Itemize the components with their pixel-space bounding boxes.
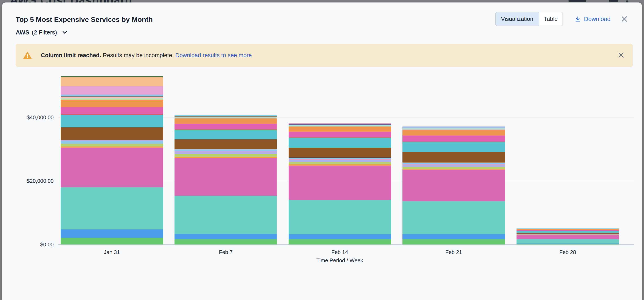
bar-segment-feb-7-peach_light[interactable] — [174, 117, 277, 118]
bar-segment-feb-7-maroon[interactable] — [174, 116, 277, 117]
bar-segment-feb-7-sky[interactable] — [174, 150, 277, 151]
bar-segment-feb-7-med_green[interactable] — [174, 116, 277, 116]
bar-segment-feb-21-aqua[interactable] — [402, 202, 505, 234]
bar-segment-jan-31-orange_thin[interactable] — [61, 146, 163, 148]
bar-segment-feb-7-salmon[interactable] — [174, 115, 277, 115]
bar-segment-feb-14-yellow_green[interactable] — [288, 162, 391, 164]
bar-segment-feb-7-periwinkle[interactable] — [174, 151, 277, 154]
bar-segment-feb-14-periwinkle[interactable] — [288, 160, 391, 162]
bar-segment-feb-21-sky[interactable] — [402, 162, 505, 164]
bar-segment-feb-14-sky[interactable] — [288, 158, 391, 159]
bar-segment-feb-14-orchid[interactable] — [288, 166, 391, 200]
bar-segment-feb-21-periwinkle[interactable] — [402, 164, 505, 167]
bar-segment-feb-14-maroon[interactable] — [288, 124, 391, 125]
bar-segment-feb-7-green[interactable] — [174, 239, 277, 244]
bar-segment-jan-31-brown[interactable] — [61, 127, 163, 140]
x-axis-tick-label: Feb 28 — [541, 249, 594, 256]
bar-segment-feb-21-sky[interactable] — [402, 126, 505, 128]
bar-segment-feb-28-hot_pink[interactable] — [516, 230, 619, 231]
bar-segment-feb-21-salmon[interactable] — [402, 130, 505, 130]
bar-segment-feb-28-green[interactable] — [516, 244, 619, 244]
chart-modal: Top 5 Most Expensive Services by Month V… — [2, 2, 642, 300]
x-axis-title: Time Period / Week — [298, 257, 381, 264]
bar-segment-feb-21-orange[interactable] — [402, 130, 505, 136]
bar-segment-feb-7-coral[interactable] — [174, 129, 277, 130]
bar-segment-jan-31-yellow_green[interactable] — [61, 144, 163, 146]
bar-segment-feb-21-brown[interactable] — [402, 152, 505, 162]
bar-segment-jan-31-hot_pink[interactable] — [61, 107, 163, 114]
bar-segment-jan-31-light_teal[interactable] — [61, 98, 163, 100]
bar-segment-jan-31-sky[interactable] — [61, 95, 163, 96]
bar-segment-feb-7-blue[interactable] — [174, 234, 277, 239]
bar-segment-jan-31-peach[interactable] — [61, 77, 163, 86]
stacked-bar-chart: $0.00$20,000.00$40,000.00Jan 31Feb 7Feb … — [2, 2, 642, 300]
x-axis-tick-label: Jan 31 — [85, 249, 138, 256]
bar-segment-feb-7-sky[interactable] — [174, 115, 277, 116]
bar-segment-feb-7-aqua[interactable] — [174, 196, 277, 234]
bar-segment-feb-28-orchid[interactable] — [516, 235, 619, 239]
bar-segment-feb-28-aqua[interactable] — [516, 239, 619, 244]
y-axis-tick-label: $0.00 — [6, 242, 54, 248]
bar-segment-jan-31-aqua[interactable] — [61, 187, 163, 230]
bar-segment-feb-14-brown[interactable] — [288, 148, 391, 158]
bar-segment-feb-28-brown[interactable] — [516, 233, 619, 234]
y-axis-tick-label: $20,000.00 — [6, 178, 54, 184]
bar-segment-feb-21-maroon[interactable] — [402, 128, 505, 128]
bar-segment-feb-7-hot_pink[interactable] — [174, 124, 277, 129]
bar-segment-feb-7-light_teal[interactable] — [174, 118, 277, 118]
bar-segment-feb-21-med_green[interactable] — [402, 142, 505, 142]
bar-segment-feb-7-turquoise[interactable] — [174, 130, 277, 139]
bar-segment-jan-31-blue[interactable] — [61, 230, 163, 238]
bar-segment-feb-21-orchid[interactable] — [402, 170, 505, 202]
bar-segment-feb-7-orange[interactable] — [174, 118, 277, 124]
bar-segment-feb-7-orange_brown[interactable] — [174, 149, 277, 150]
bar-segment-feb-14-aqua[interactable] — [288, 200, 391, 234]
bar-segment-jan-31-orange[interactable] — [61, 100, 163, 107]
bar-segment-feb-7-brown[interactable] — [174, 139, 277, 149]
bar-segment-feb-28-periwinkle[interactable] — [516, 234, 619, 234]
bar-segment-feb-14-dark_slate[interactable] — [288, 158, 391, 158]
bar-segment-jan-31-periwinkle[interactable] — [61, 140, 163, 141]
bar-segment-jan-31-plum[interactable] — [61, 86, 163, 95]
bar-segment-jan-31-med_green[interactable] — [61, 96, 163, 96]
bar-segment-feb-14-med_green[interactable] — [288, 138, 391, 138]
bar-segment-feb-21-green[interactable] — [402, 239, 505, 244]
bar-segment-feb-21-salmon[interactable] — [402, 164, 505, 164]
bar-segment-jan-31-green[interactable] — [61, 238, 163, 244]
bar-segment-feb-14-orange_thin[interactable] — [288, 164, 391, 166]
bar-segment-feb-28-turquoise[interactable] — [516, 231, 619, 233]
bar-segment-jan-31-peach_light[interactable] — [61, 98, 163, 98]
bar-segment-feb-14-salmon[interactable] — [288, 159, 391, 160]
bar-segment-jan-31-dark_green[interactable] — [61, 76, 163, 77]
background-toolbar-fragment — [568, 0, 586, 2]
bar-segment-feb-21-blue[interactable] — [402, 234, 505, 239]
bar-segment-feb-28-orange[interactable] — [516, 229, 619, 230]
bar-segment-feb-14-light_teal[interactable] — [288, 125, 391, 126]
bar-segment-jan-31-maroon[interactable] — [61, 96, 163, 98]
bar-segment-feb-7-orchid[interactable] — [174, 158, 277, 196]
bar-segment-feb-28-blue[interactable] — [516, 244, 619, 244]
bar-segment-feb-14-green[interactable] — [288, 239, 391, 244]
bar-segment-jan-31-sky[interactable] — [61, 141, 163, 144]
bar-segment-feb-7-orange_thin[interactable] — [174, 157, 277, 158]
bar-segment-feb-7-yellow_green[interactable] — [174, 154, 277, 157]
background-toolbar-fragment — [626, 0, 628, 2]
bar-segment-feb-14-hot_pink[interactable] — [288, 132, 391, 138]
bar-segment-feb-21-orange_brown[interactable] — [402, 162, 505, 162]
bar-segment-feb-21-light_teal[interactable] — [402, 128, 505, 130]
bar-segment-feb-14-orange[interactable] — [288, 126, 391, 132]
bar-segment-feb-14-sky[interactable] — [288, 124, 391, 124]
bar-segment-feb-28-yellow[interactable] — [516, 234, 619, 235]
bar-segment-jan-31-turquoise[interactable] — [61, 115, 163, 127]
bar-segment-feb-21-orange_thin[interactable] — [402, 169, 505, 170]
bar-segment-jan-31-coral[interactable] — [61, 114, 163, 115]
bar-segment-feb-21-turquoise[interactable] — [402, 142, 505, 152]
bar-segment-feb-14-blue[interactable] — [288, 234, 391, 239]
bar-segment-feb-14-turquoise[interactable] — [288, 138, 391, 148]
bar-segment-feb-21-yellow_green[interactable] — [402, 167, 505, 169]
bar-segment-feb-14-salmon[interactable] — [288, 123, 391, 124]
bar-segment-jan-31-yellow[interactable] — [61, 100, 163, 100]
bar-segment-feb-28-light_teal[interactable] — [516, 228, 619, 229]
bar-segment-feb-21-hot_pink[interactable] — [402, 136, 505, 142]
bar-segment-jan-31-orchid[interactable] — [61, 148, 163, 187]
